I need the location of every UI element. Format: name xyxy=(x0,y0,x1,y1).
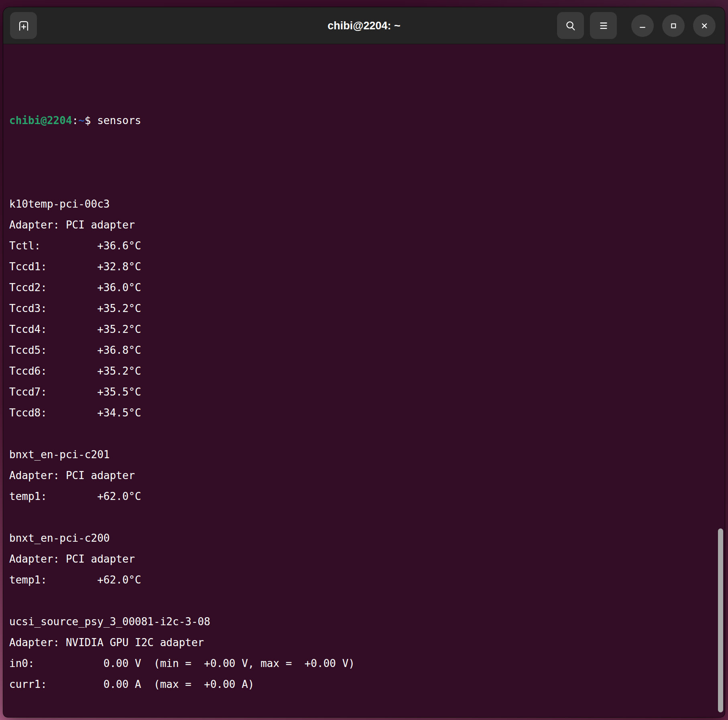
minimize-button[interactable] xyxy=(631,14,654,37)
terminal-output-line: k10temp-pci-00c3 xyxy=(9,194,725,214)
desktop-background: { "window": { "title": "chibi@2204: ~" }… xyxy=(0,0,728,720)
window-title: chibi@2204: ~ xyxy=(327,19,401,32)
menu-button[interactable] xyxy=(590,12,617,39)
prompt-path: ~ xyxy=(78,114,85,126)
terminal-output-line: Tctl: +36.6°C xyxy=(9,235,725,256)
terminal-window: chibi@2204: ~ xyxy=(3,7,725,717)
terminal-output-line: Tccd2: +36.0°C xyxy=(9,277,725,298)
terminal-output-line: bnxt_en-pci-c201 xyxy=(9,444,725,465)
terminal-output-line: in0: 0.00 V (min = +0.00 V, max = +0.00 … xyxy=(9,653,725,674)
scrollbar xyxy=(718,44,724,717)
hamburger-menu-icon xyxy=(597,19,610,32)
prompt-symbol: $ xyxy=(85,114,97,126)
terminal-output-line xyxy=(9,590,725,611)
terminal-output: k10temp-pci-00c3Adapter: PCI adapterTctl… xyxy=(9,194,725,717)
terminal-output-line: Adapter: PCI adapter xyxy=(9,214,725,235)
search-icon xyxy=(564,19,577,32)
terminal-output-line: nvme-pci-c100 xyxy=(9,716,725,717)
terminal-output-line: temp1: +62.0°C xyxy=(9,569,725,590)
terminal-output-line: Tccd6: +35.2°C xyxy=(9,361,725,381)
terminal-content[interactable]: chibi@2204:~$ sensors k10temp-pci-00c3Ad… xyxy=(3,44,725,717)
scrollbar-thumb[interactable] xyxy=(718,528,723,712)
terminal-output-line: Adapter: NVIDIA GPU I2C adapter xyxy=(9,632,725,653)
terminal-output-line xyxy=(9,423,725,444)
terminal-output-line: temp1: +62.0°C xyxy=(9,486,725,507)
terminal-output-line: ucsi_source_psy_3_00081-i2c-3-08 xyxy=(9,611,725,632)
terminal-output-line: Tccd3: +35.2°C xyxy=(9,298,725,319)
terminal-output-line: Tccd8: +34.5°C xyxy=(9,402,725,423)
maximize-icon xyxy=(668,20,679,31)
terminal-output-line: Adapter: PCI adapter xyxy=(9,465,725,486)
search-button[interactable] xyxy=(557,12,584,39)
new-tab-button[interactable] xyxy=(10,12,37,39)
terminal-output-line xyxy=(9,695,725,716)
minimize-icon xyxy=(637,20,648,31)
terminal-output-line: Adapter: PCI adapter xyxy=(9,549,725,569)
prompt-user: chibi@2204 xyxy=(9,114,72,126)
terminal-output-line: curr1: 0.00 A (max = +0.00 A) xyxy=(9,674,725,695)
terminal-headerbar: chibi@2204: ~ xyxy=(3,7,725,44)
close-button[interactable] xyxy=(693,14,716,37)
prompt-colon: : xyxy=(72,114,79,126)
terminal-output-line xyxy=(9,507,725,528)
headerbar-controls xyxy=(557,12,725,39)
prompt-line-command: chibi@2204:~$ sensors xyxy=(9,110,725,131)
close-icon xyxy=(699,20,710,31)
maximize-button[interactable] xyxy=(662,14,685,37)
command-text: sensors xyxy=(97,114,141,126)
tab-plus-icon xyxy=(17,19,31,33)
terminal-output-line: bnxt_en-pci-c200 xyxy=(9,528,725,549)
terminal-output-line: Tccd5: +36.8°C xyxy=(9,340,725,361)
terminal-output-line: Tccd1: +32.8°C xyxy=(9,256,725,277)
terminal-output-line: Tccd7: +35.5°C xyxy=(9,381,725,402)
terminal-output-line: Tccd4: +35.2°C xyxy=(9,319,725,340)
